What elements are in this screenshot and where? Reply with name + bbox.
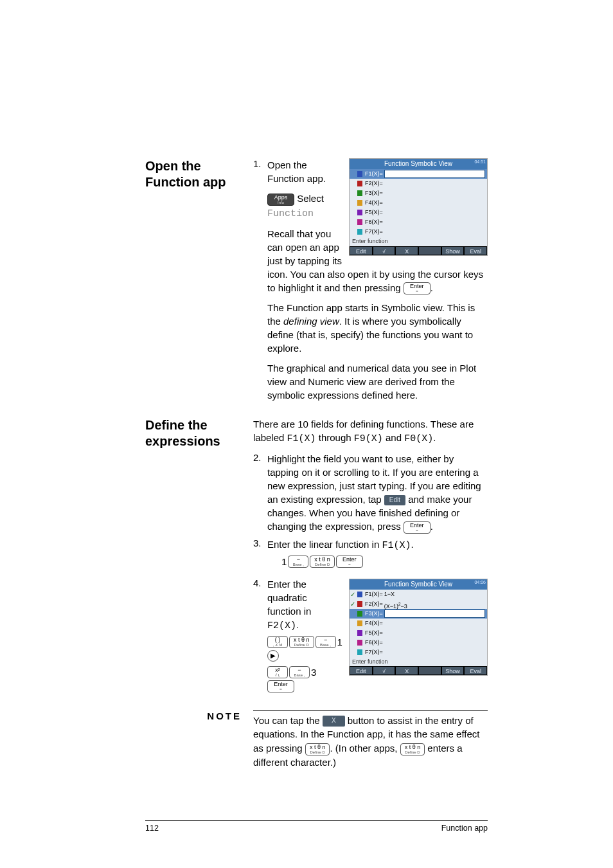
- fx-value: 1−X: [383, 590, 395, 599]
- fx-label: F7(X)=: [364, 227, 383, 237]
- screenshot-symbolic-filled: Function Symbolic View 04:06 ✓F1(X)=1−X …: [349, 579, 488, 676]
- screenshot-time: 04:06: [474, 579, 486, 586]
- graphical-text: The graphical and numerical data you see…: [267, 363, 476, 401]
- xttn-key: x t θ nDefine D: [305, 743, 330, 755]
- fn-label: F1(X): [287, 433, 316, 444]
- minus-key: −Base ,: [315, 636, 336, 648]
- softkey-eval: Eval: [464, 246, 487, 255]
- softkey-eval: Eval: [464, 666, 487, 675]
- section-heading-open: Open the Function app: [145, 158, 253, 190]
- screenshot-hint: Enter function: [350, 657, 487, 667]
- enter-key: Enter≈: [336, 556, 363, 568]
- fx-label: F7(X)=: [364, 647, 383, 657]
- step-number: 2.: [253, 452, 267, 534]
- softkey-edit: Edit: [350, 246, 373, 255]
- xttn-key: x t θ nDefine D: [310, 556, 335, 568]
- fx-label: F6(X)=: [364, 217, 383, 227]
- softkey-edit: Edit: [350, 666, 373, 675]
- intro-text: through: [316, 432, 354, 443]
- note-text: . (In other apps,: [330, 743, 400, 754]
- period: .: [411, 539, 413, 550]
- xttn-key: x t θ nDefine D: [289, 636, 314, 648]
- minus-key: −Base ,: [289, 666, 310, 678]
- xttn-key: x t θ nDefine D: [400, 743, 425, 755]
- fx-label: F1(X)=: [364, 169, 383, 179]
- page-number: 112: [145, 824, 159, 833]
- apps-key: AppsInfo: [267, 194, 294, 206]
- enter-key: Enter≈: [404, 282, 431, 294]
- fx-label: F6(X)=: [364, 638, 383, 647]
- screenshot-title: Function Symbolic View: [384, 581, 452, 588]
- fx-label: F4(X)=: [364, 198, 383, 208]
- fn-label: F0(X): [404, 433, 433, 444]
- period: .: [296, 619, 299, 630]
- section-heading-define: Define the expressions: [145, 417, 253, 449]
- softkey-empty: .: [418, 666, 441, 675]
- note-label: NOTE: [145, 710, 253, 721]
- step-text: Enter the linear function in: [267, 539, 382, 550]
- softkey-x: X: [395, 666, 418, 675]
- fx-label: F2(X)=: [364, 599, 383, 609]
- screenshot-symbolic-empty: Function Symbolic View 04:51 F1(X)= F2(X…: [349, 158, 488, 256]
- fx-label: F4(X)=: [364, 619, 383, 628]
- softkey-check: √: [373, 666, 396, 675]
- key-sequence-quadratic: ( ), ∠ M x t θ nDefine D −Base , 1 ▶ x²√…: [267, 635, 342, 692]
- screenshot-time: 04:51: [474, 159, 486, 165]
- key-sequence-linear: 1 −Base , x t θ nDefine D Enter≈: [267, 555, 488, 568]
- fx-label: F1(X)=: [364, 590, 383, 599]
- paren-key: ( ), ∠ M: [267, 636, 288, 648]
- screenshot-title: Function Symbolic View: [384, 160, 452, 167]
- softkey-check: √: [373, 246, 396, 255]
- period: .: [433, 432, 436, 443]
- period: .: [431, 521, 433, 532]
- right-arrow-key: ▶: [267, 650, 279, 662]
- xsquared-key: x²√ L: [267, 666, 288, 678]
- select-text: Select: [294, 193, 324, 204]
- fn-label: F2(X): [267, 620, 296, 631]
- softkey-x: X: [395, 246, 418, 255]
- x-softbutton: X: [323, 716, 345, 727]
- fn-label: F1(X): [382, 540, 411, 551]
- softkey-show: Show: [441, 666, 465, 675]
- edit-softbutton: Edit: [384, 495, 405, 505]
- step-number: 1.: [253, 158, 267, 402]
- enter-key: Enter≈: [404, 521, 431, 534]
- fx-label: F2(X)=: [364, 179, 383, 188]
- function-text: Function: [267, 208, 314, 219]
- enter-key: Enter≈: [267, 680, 294, 692]
- softkey-empty: .: [418, 246, 441, 255]
- defining-view-text: defining view: [283, 316, 339, 327]
- screenshot-hint: Enter function: [350, 237, 487, 246]
- step-number: 4.: [253, 577, 267, 698]
- step-number: 3.: [253, 538, 267, 574]
- fx-label: F5(X)=: [364, 208, 383, 217]
- step-text: Enter the quadratic function in: [267, 579, 311, 617]
- fx-value: (X−1)2−3: [383, 599, 407, 609]
- period: .: [431, 282, 433, 293]
- fx-label: F3(X)=: [364, 188, 383, 198]
- footer-title: Function app: [441, 824, 488, 833]
- fx-label: F5(X)=: [364, 628, 383, 638]
- fn-label: F9(X): [354, 433, 383, 444]
- minus-key: −Base ,: [288, 556, 308, 568]
- fx-label: F3(X)=: [364, 609, 383, 619]
- step-text: Open the Function app.: [267, 159, 326, 184]
- softkey-show: Show: [441, 246, 465, 255]
- intro-text: and: [383, 432, 404, 443]
- note-text: You can tap the: [253, 715, 323, 726]
